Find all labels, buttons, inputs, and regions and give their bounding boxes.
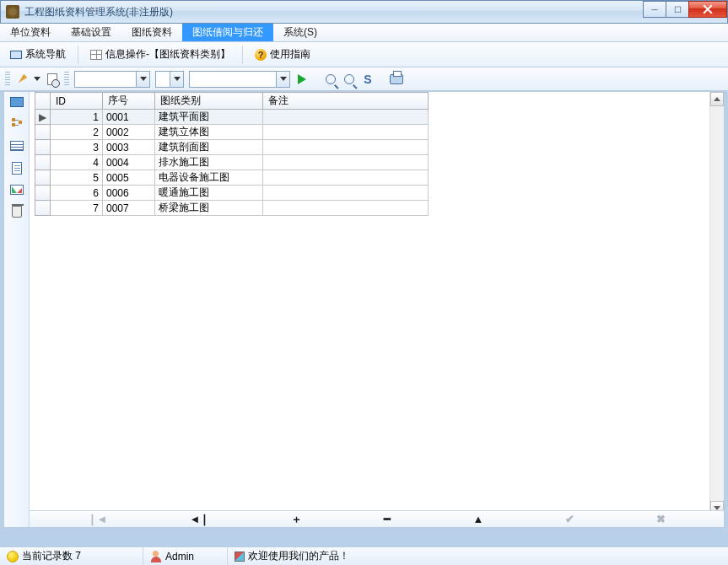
cell-note[interactable] [263, 201, 429, 216]
view-detail-button[interactable] [9, 139, 24, 153]
nav-edit-button[interactable]: ▲ [472, 513, 483, 525]
row-indicator [35, 170, 51, 186]
col-header-note[interactable]: 备注 [263, 93, 429, 110]
play-icon [298, 74, 306, 84]
cell-note[interactable] [263, 125, 429, 140]
cell-id[interactable]: 5 [51, 170, 103, 186]
help-guide-button[interactable]: ? 使用指南 [250, 46, 315, 63]
cell-category[interactable]: 桥梁施工图 [155, 201, 263, 216]
cell-id[interactable]: 7 [51, 201, 103, 216]
cell-sn[interactable]: 0001 [103, 110, 155, 125]
minimize-button[interactable]: ─ [643, 1, 666, 18]
table-row[interactable]: 40004排水施工图 [35, 155, 429, 170]
cell-category[interactable]: 排水施工图 [155, 155, 263, 170]
title-bar: 工程图纸资料管理系统(非注册版) ─ ☐ [0, 0, 728, 24]
nav-cancel-button[interactable]: ✖ [656, 513, 666, 525]
col-header-category[interactable]: 图纸类别 [155, 93, 263, 110]
record-count-label: 当前记录数 7 [22, 549, 81, 563]
nav-remove-button[interactable]: ━ [384, 513, 391, 525]
window-icon [10, 51, 22, 59]
status-user: Admin [143, 547, 228, 565]
cell-category[interactable]: 建筑剖面图 [155, 140, 263, 155]
field-combo[interactable] [74, 71, 150, 88]
preview-button[interactable] [46, 73, 59, 86]
find-button[interactable] [324, 73, 337, 86]
cell-sn[interactable]: 0002 [103, 125, 155, 140]
cell-note[interactable] [263, 170, 429, 186]
scroll-up-button[interactable] [710, 92, 724, 106]
menu-system[interactable]: 系统(S) [273, 24, 327, 41]
cell-category[interactable]: 建筑平面图 [155, 110, 263, 125]
toolbar-secondary: S [0, 67, 728, 91]
cell-note[interactable] [263, 155, 429, 170]
col-header-sn[interactable]: 序号 [103, 93, 155, 110]
edit-button[interactable] [15, 73, 29, 86]
nav-commit-button[interactable]: ✔ [565, 513, 574, 525]
printer-icon [390, 74, 403, 84]
window-title: 工程图纸资料管理系统(非注册版) [24, 5, 173, 19]
tree-icon [12, 118, 22, 130]
vertical-scrollbar[interactable] [709, 92, 724, 515]
toolbar-primary: 系统导航 信息操作-【图纸资料类别】 ? 使用指南 [0, 42, 728, 67]
maximize-button[interactable]: ☐ [666, 1, 689, 18]
cell-sn[interactable]: 0005 [103, 170, 155, 186]
cell-category[interactable]: 建筑立体图 [155, 125, 263, 140]
view-strip [4, 92, 30, 527]
view-chart-button[interactable] [9, 183, 24, 196]
run-button[interactable] [295, 73, 309, 86]
find-next-button[interactable] [342, 73, 356, 86]
nav-first-button[interactable]: ❘◄ [88, 513, 108, 525]
refresh-button[interactable]: S [361, 73, 375, 86]
cell-id[interactable]: 2 [51, 125, 103, 140]
view-tree-button[interactable] [9, 117, 24, 131]
menu-borrow-return[interactable]: 图纸借阅与归还 [182, 24, 273, 41]
cell-sn[interactable]: 0004 [103, 155, 155, 170]
menu-basic-settings[interactable]: 基础设置 [61, 24, 121, 41]
cell-id[interactable]: 1 [51, 110, 103, 125]
menu-bar: 单位资料 基础设置 图纸资料 图纸借阅与归还 系统(S) [0, 24, 728, 42]
app-icon [6, 5, 19, 19]
separator [78, 46, 78, 64]
row-header-corner [35, 93, 51, 110]
bulb-icon [7, 551, 19, 562]
nav-add-button[interactable]: ＋ [291, 512, 302, 527]
cell-id[interactable]: 6 [51, 186, 103, 201]
operator-combo[interactable] [155, 71, 184, 88]
view-card-button[interactable] [9, 95, 24, 109]
window-controls: ─ ☐ [644, 1, 727, 18]
cell-note[interactable] [263, 110, 429, 125]
table-row[interactable]: ▶10001建筑平面图 [35, 110, 429, 125]
cell-sn[interactable]: 0007 [103, 201, 155, 216]
print-button[interactable] [390, 73, 403, 86]
value-combo[interactable] [189, 71, 290, 88]
cell-note[interactable] [263, 140, 429, 155]
cell-sn[interactable]: 0006 [103, 186, 155, 201]
table-row[interactable]: 50005电器设备施工图 [35, 170, 429, 186]
delete-button[interactable] [9, 205, 24, 218]
pencil-icon [17, 73, 28, 84]
cell-id[interactable]: 3 [51, 140, 103, 155]
col-header-id[interactable]: ID [51, 93, 103, 110]
cell-category[interactable]: 电器设备施工图 [155, 170, 263, 186]
nav-prev-button[interactable]: ◄❘ [189, 513, 209, 525]
cell-sn[interactable]: 0003 [103, 140, 155, 155]
welcome-label: 欢迎使用我们的产品！ [248, 549, 349, 563]
status-bar: 当前记录数 7 Admin 欢迎使用我们的产品！ [0, 546, 728, 565]
cell-category[interactable]: 暖通施工图 [155, 186, 263, 201]
edit-dropdown[interactable] [34, 77, 40, 81]
table-row[interactable]: 70007桥梁施工图 [35, 201, 429, 216]
menu-drawing-data[interactable]: 图纸资料 [121, 24, 182, 41]
table-row[interactable]: 30003建筑剖面图 [35, 140, 429, 155]
cell-id[interactable]: 4 [51, 155, 103, 170]
data-grid[interactable]: ID 序号 图纸类别 备注 ▶10001建筑平面图20002建筑立体图30003… [35, 92, 429, 216]
table-row[interactable]: 60006暖通施工图 [35, 186, 429, 201]
info-operation-button[interactable]: 信息操作-【图纸资料类别】 [85, 46, 235, 63]
close-button[interactable] [688, 1, 727, 18]
row-indicator [35, 140, 51, 155]
cell-note[interactable] [263, 186, 429, 201]
view-doc-button[interactable] [9, 161, 24, 175]
status-welcome: 欢迎使用我们的产品！ [228, 547, 728, 565]
system-nav-button[interactable]: 系统导航 [5, 46, 71, 63]
menu-unit-data[interactable]: 单位资料 [0, 24, 61, 41]
table-row[interactable]: 20002建筑立体图 [35, 125, 429, 140]
